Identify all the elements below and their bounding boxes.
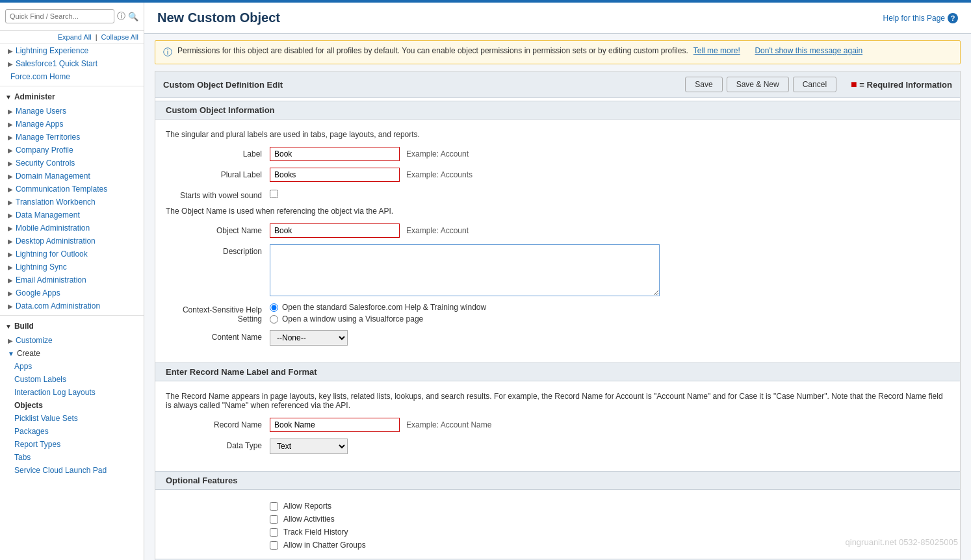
- sidebar-item-label: Mobile Administration: [16, 223, 90, 233]
- description-textarea[interactable]: [270, 244, 660, 296]
- context-help-option2-label: Open a window using a Visualforce page: [282, 314, 423, 324]
- data-type-select[interactable]: Text: [270, 439, 348, 454]
- allow-reports-item[interactable]: Allow Reports: [270, 502, 950, 511]
- description-field-group: [270, 244, 660, 296]
- track-field-history-label: Track Field History: [283, 528, 348, 537]
- help-link[interactable]: Help for this Page ?: [883, 13, 958, 23]
- sidebar-item-label: Manage Territories: [16, 133, 80, 142]
- arrow-icon: ▼: [8, 350, 14, 357]
- record-name-header: Enter Record Name Label and Format: [155, 363, 960, 381]
- vowel-sound-checkbox[interactable]: [270, 190, 278, 198]
- content-name-select[interactable]: --None--: [270, 330, 348, 346]
- plural-label-field-group: Example: Accounts: [270, 168, 473, 182]
- sidebar-item-translation-workbench[interactable]: ▶ Translation Workbench: [0, 196, 144, 209]
- sidebar-item-communication-templates[interactable]: ▶ Communication Templates: [0, 183, 144, 196]
- sidebar-subitem-apps[interactable]: Apps: [0, 360, 144, 373]
- sidebar-item-label: Customize: [16, 336, 53, 345]
- label-input[interactable]: [270, 147, 400, 161]
- allow-chatter-label: Allow in Chatter Groups: [283, 541, 366, 550]
- context-help-radio1[interactable]: [270, 303, 278, 312]
- allow-reports-checkbox[interactable]: [270, 502, 278, 511]
- tell-more-link[interactable]: Tell me more!: [693, 46, 740, 55]
- save-button[interactable]: Save: [685, 77, 722, 92]
- plural-label-row: Plural Label Example: Accounts: [166, 168, 950, 182]
- build-section-toggle[interactable]: ▼ Build: [0, 318, 144, 334]
- sidebar-subitem-service-cloud[interactable]: Service Cloud Launch Pad: [0, 464, 144, 477]
- track-field-history-item[interactable]: Track Field History: [270, 528, 950, 537]
- cancel-button[interactable]: Cancel: [793, 77, 836, 92]
- sidebar-subitem-objects[interactable]: Objects: [0, 399, 144, 412]
- sidebar-item-desktop-administration[interactable]: ▶ Desktop Administration: [0, 235, 144, 248]
- arrow-icon: ▶: [8, 303, 13, 310]
- arrow-icon: ▶: [8, 134, 13, 141]
- administer-section-toggle[interactable]: ▼ Administer: [0, 89, 144, 105]
- context-help-radio2[interactable]: [270, 315, 278, 324]
- save-new-button[interactable]: Save & New: [727, 77, 789, 92]
- label-field-group: Example: Account: [270, 147, 469, 161]
- optional-features-section: Allow Reports Allow Activities Track Fie…: [155, 492, 960, 556]
- sidebar-item-label: Lightning Sync: [16, 262, 67, 272]
- sidebar-item-label: Company Profile: [16, 146, 73, 155]
- sidebar-subitem-report-types[interactable]: Report Types: [0, 438, 144, 451]
- track-field-history-checkbox[interactable]: [270, 528, 278, 537]
- search-input[interactable]: [5, 9, 114, 23]
- plural-label-input[interactable]: [270, 168, 400, 182]
- sidebar-item-label: Communication Templates: [16, 185, 107, 194]
- dont-show-link[interactable]: Don't show this message again: [755, 46, 862, 55]
- sidebar-subitem-custom-labels[interactable]: Custom Labels: [0, 373, 144, 386]
- search-icon[interactable]: 🔍: [128, 12, 138, 21]
- sidebar-item-manage-territories[interactable]: ▶ Manage Territories: [0, 131, 144, 144]
- arrow-icon: ▶: [8, 121, 13, 128]
- sidebar-item-email-administration[interactable]: ▶ Email Administration: [0, 274, 144, 286]
- sidebar-item-company-profile[interactable]: ▶ Company Profile: [0, 144, 144, 157]
- sidebar-subitem-packages[interactable]: Packages: [0, 425, 144, 438]
- sidebar-item-forcecom[interactable]: Force.com Home: [0, 70, 144, 83]
- sidebar-item-domain-management[interactable]: ▶ Domain Management: [0, 170, 144, 183]
- collapse-all-link[interactable]: Collapse All: [101, 33, 138, 41]
- sidebar-subitem-interaction-log[interactable]: Interaction Log Layouts: [0, 386, 144, 399]
- sidebar-item-lightning-sync[interactable]: ▶ Lightning Sync: [0, 261, 144, 274]
- sidebar-item-customize[interactable]: ▶ Customize: [0, 334, 144, 347]
- context-help-option2[interactable]: Open a window using a Visualforce page: [270, 314, 486, 324]
- sidebar-item-label: Security Controls: [16, 159, 75, 168]
- sidebar-item-mobile-administration[interactable]: ▶ Mobile Administration: [0, 222, 144, 235]
- sidebar-item-label: Google Apps: [16, 288, 60, 298]
- sidebar-item-salesforce1[interactable]: ▶ Salesforce1 Quick Start: [0, 57, 144, 70]
- arrow-icon: ▶: [8, 173, 13, 180]
- allow-chatter-checkbox[interactable]: [270, 541, 278, 550]
- sidebar-item-lightning-outlook[interactable]: ▶ Lightning for Outlook: [0, 248, 144, 261]
- allow-chatter-item[interactable]: Allow in Chatter Groups: [270, 541, 950, 550]
- sidebar-item-datacom-administration[interactable]: ▶ Data.com Administration: [0, 299, 144, 312]
- sidebar-subitem-label: Picklist Value Sets: [14, 414, 78, 423]
- sidebar-item-google-apps[interactable]: ▶ Google Apps: [0, 286, 144, 299]
- allow-activities-item[interactable]: Allow Activities: [270, 515, 950, 524]
- sidebar-subitem-picklist-value-sets[interactable]: Picklist Value Sets: [0, 412, 144, 425]
- alert-banner: ⓘ Permissions for this object are disabl…: [155, 40, 961, 64]
- sidebar-subitem-tabs[interactable]: Tabs: [0, 451, 144, 464]
- sidebar-item-manage-apps[interactable]: ▶ Manage Apps: [0, 118, 144, 131]
- help-icon[interactable]: ⓘ: [117, 10, 125, 22]
- sidebar-item-security-controls[interactable]: ▶ Security Controls: [0, 157, 144, 170]
- sidebar-item-manage-users[interactable]: ▶ Manage Users: [0, 105, 144, 118]
- object-name-input[interactable]: [270, 223, 400, 238]
- object-name-field-group: Example: Account: [270, 223, 469, 238]
- section-toggle-icon: ▼: [5, 323, 12, 330]
- expand-all-link[interactable]: Expand All: [58, 33, 92, 41]
- allow-activities-checkbox[interactable]: [270, 515, 278, 524]
- plural-label-field-label: Plural Label: [166, 168, 270, 179]
- content-name-field-group: --None--: [270, 330, 348, 346]
- alert-text: Permissions for this object are disabled…: [177, 46, 688, 55]
- context-help-option1[interactable]: Open the standard Salesforce.com Help & …: [270, 303, 486, 312]
- context-help-field-group: Open the standard Salesforce.com Help & …: [270, 303, 486, 324]
- sidebar-item-create[interactable]: ▼ Create: [0, 347, 144, 360]
- record-name-input[interactable]: [270, 418, 400, 432]
- vowel-sound-field-group: [270, 188, 278, 198]
- arrow-icon: ▶: [8, 212, 13, 219]
- sidebar-item-lightning-experience[interactable]: ▶ Lightning Experience: [0, 44, 144, 57]
- sidebar-subitem-label: Custom Labels: [14, 375, 66, 384]
- arrow-icon: ▶: [8, 60, 13, 68]
- sidebar-item-label: Email Administration: [16, 275, 86, 285]
- vowel-sound-label: Starts with vowel sound: [166, 188, 270, 200]
- sidebar-item-data-management[interactable]: ▶ Data Management: [0, 209, 144, 222]
- label-row: Label Example: Account: [166, 147, 950, 161]
